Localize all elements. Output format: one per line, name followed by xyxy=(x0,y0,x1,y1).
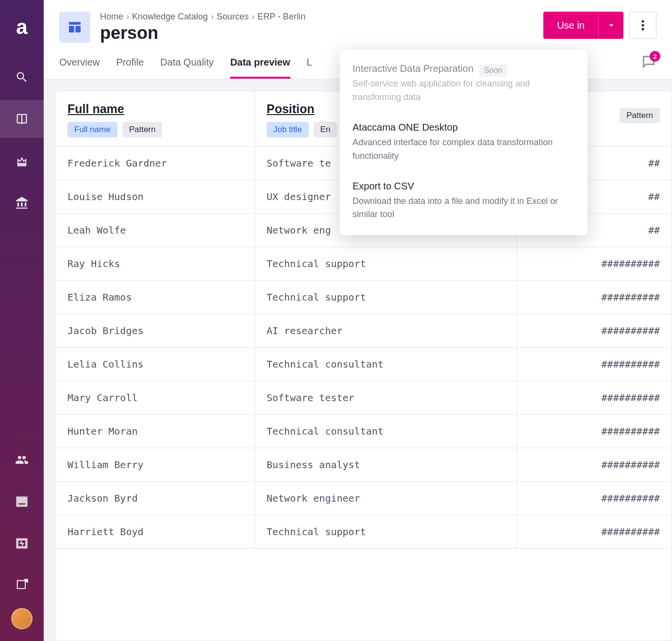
table-cell: Technical support xyxy=(255,247,517,280)
column-name: Full name xyxy=(67,102,243,116)
column-header[interactable]: Full name Full name Pattern xyxy=(56,91,255,146)
soon-badge: Soon xyxy=(479,64,507,77)
nav-quality[interactable] xyxy=(0,142,44,180)
table-cell: Harriett Boyd xyxy=(56,515,255,548)
table-cell: William Berry xyxy=(56,448,255,481)
table-row[interactable]: Jacob BridgesAI researcher########## xyxy=(56,314,672,348)
table-cell: Technical consultant xyxy=(255,348,517,381)
svg-point-3 xyxy=(642,28,644,31)
nav-search[interactable] xyxy=(0,58,44,96)
table-row[interactable]: Harriett BoydTechnical support########## xyxy=(56,515,672,549)
nav-catalog[interactable] xyxy=(0,100,44,138)
table-cell: Technical support xyxy=(255,281,517,314)
table-row[interactable]: Mary CarrollSoftware tester########## xyxy=(56,381,672,415)
table-cell: Software tester xyxy=(255,381,517,414)
breadcrumb-item[interactable]: Home xyxy=(100,12,123,22)
app-logo: a xyxy=(16,16,27,39)
dropdown-item-desc: Self-service web application for cleansi… xyxy=(353,77,575,104)
breadcrumb-item[interactable]: Sources xyxy=(217,12,249,22)
table-icon xyxy=(67,19,83,35)
table-cell: Eliza Ramos xyxy=(56,281,255,314)
building-icon xyxy=(15,196,29,209)
tab-overview[interactable]: Overview xyxy=(59,57,100,79)
table-cell: Technical support xyxy=(255,515,517,548)
table-cell: ########## xyxy=(517,415,672,448)
entity-type-icon xyxy=(59,12,90,43)
tab-profile[interactable]: Profile xyxy=(116,57,144,79)
use-in-button[interactable]: Use in xyxy=(543,12,598,39)
main: Home› Knowledge Catalog› Sources› ERP - … xyxy=(44,0,672,641)
table-row[interactable]: William BerryBusiness analyst########## xyxy=(56,448,672,482)
header-actions: Use in xyxy=(543,12,656,39)
term-chip[interactable]: Pattern xyxy=(620,108,660,123)
comments-badge: 2 xyxy=(650,51,660,62)
breadcrumb-item[interactable]: Knowledge Catalog xyxy=(132,12,208,22)
use-in-dropdown-toggle[interactable] xyxy=(598,12,623,39)
table-row[interactable]: Ray HicksTechnical support########## xyxy=(56,247,672,281)
table-cell: ########## xyxy=(517,314,672,347)
dropdown-item-title: Ataccama ONE Desktop xyxy=(353,122,575,133)
table-cell: ########## xyxy=(517,448,672,481)
table-cell: ########## xyxy=(517,515,672,548)
tab-more[interactable]: L xyxy=(307,57,312,79)
table-cell: Louise Hudson xyxy=(56,180,255,213)
breadcrumb-item[interactable]: ERP - Berlin xyxy=(257,12,305,22)
table-row[interactable]: Jackson ByrdNetwork engineer########## xyxy=(56,482,672,515)
table-cell: Frederick Gardner xyxy=(56,147,255,180)
users-icon xyxy=(15,453,29,467)
user-avatar[interactable] xyxy=(11,608,33,629)
table-row[interactable]: Eliza RamosTechnical support########## xyxy=(56,281,672,314)
crown-icon xyxy=(15,154,29,168)
table-cell: Ray Hicks xyxy=(56,247,255,280)
table-row[interactable]: Hunter MoranTechnical consultant########… xyxy=(56,415,672,448)
table-cell: Hunter Moran xyxy=(56,415,255,448)
table-cell: ########## xyxy=(517,247,672,280)
tab-data-quality[interactable]: Data Quality xyxy=(160,57,214,79)
dropdown-item-export-csv[interactable]: Export to CSV Download the data into a f… xyxy=(340,172,588,231)
nav-governance[interactable] xyxy=(0,184,44,221)
term-chip[interactable]: En xyxy=(314,122,337,137)
nav-monitoring[interactable] xyxy=(0,524,44,562)
nav-users[interactable] xyxy=(0,441,44,479)
table-cell: AI researcher xyxy=(255,314,517,347)
svg-point-1 xyxy=(642,20,644,23)
table-cell: Jacob Bridges xyxy=(56,314,255,347)
term-chip[interactable]: Job title xyxy=(267,122,309,137)
search-icon xyxy=(15,70,29,84)
table-cell: Technical consultant xyxy=(255,415,517,448)
table-cell: Network engineer xyxy=(255,482,517,515)
tab-data-preview[interactable]: Data preview xyxy=(230,57,290,79)
pulse-icon xyxy=(15,537,29,550)
nav-tasks[interactable] xyxy=(0,483,44,521)
page-title: person xyxy=(100,23,534,43)
table-cell: ########## xyxy=(517,482,672,515)
list-icon xyxy=(15,495,29,508)
dropdown-item-desc: Advanced interface for complex data tran… xyxy=(353,136,575,163)
svg-point-0 xyxy=(25,579,28,582)
notification-icon xyxy=(15,578,29,592)
table-cell: Jackson Byrd xyxy=(56,482,255,515)
nav-notifications[interactable] xyxy=(0,566,44,604)
term-chip[interactable]: Pattern xyxy=(122,122,163,137)
dropdown-item-data-prep: Interactive Data Preparation Soon Self-s… xyxy=(340,54,588,113)
dropdown-item-desc: Download the data into a file and modify… xyxy=(353,195,575,222)
table-row[interactable]: Lelia CollinsTechnical consultant#######… xyxy=(56,348,672,381)
comments-button[interactable]: 2 xyxy=(641,54,656,71)
dropdown-item-title: Export to CSV xyxy=(353,181,575,192)
sidebar: a xyxy=(0,0,44,641)
table-cell: Mary Carroll xyxy=(56,381,255,414)
book-icon xyxy=(15,112,29,126)
table-cell: ########## xyxy=(517,281,672,314)
table-cell: Leah Wolfe xyxy=(56,214,255,247)
table-cell: ########## xyxy=(517,348,672,381)
header: Home› Knowledge Catalog› Sources› ERP - … xyxy=(44,0,672,43)
table-cell: ########## xyxy=(517,381,672,414)
table-cell: Lelia Collins xyxy=(56,348,255,381)
dots-vertical-icon xyxy=(641,19,644,31)
term-chip[interactable]: Full name xyxy=(67,122,118,137)
more-actions-button[interactable] xyxy=(629,12,656,39)
chevron-down-icon xyxy=(606,20,617,31)
dropdown-item-desktop[interactable]: Ataccama ONE Desktop Advanced interface … xyxy=(340,113,588,172)
dropdown-item-title: Interactive Data Preparation xyxy=(353,63,473,74)
use-in-dropdown: Interactive Data Preparation Soon Self-s… xyxy=(340,50,588,235)
